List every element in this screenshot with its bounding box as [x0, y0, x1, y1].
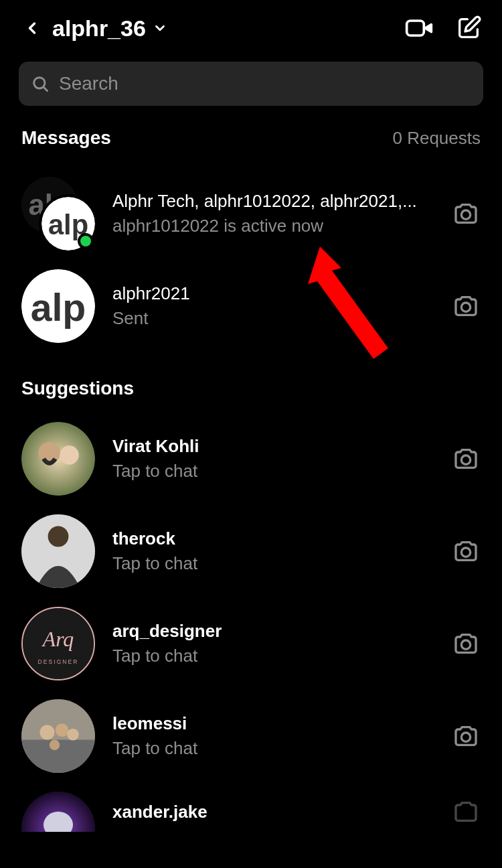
camera-button[interactable]	[451, 797, 481, 826]
message-title: alphr2021	[112, 283, 434, 304]
compose-icon	[455, 15, 482, 42]
camera-icon	[452, 293, 479, 319]
svg-point-27	[50, 740, 60, 750]
camera-button[interactable]	[451, 629, 481, 658]
camera-button[interactable]	[451, 536, 481, 566]
svg-point-28	[461, 733, 470, 741]
search-input[interactable]	[59, 73, 471, 94]
message-title: Alphr Tech, alphr1012022, alphr2021,...	[112, 191, 434, 212]
svg-point-25	[56, 723, 69, 737]
suggestion-title: xander.jake	[112, 802, 434, 822]
requests-link[interactable]: 0 Requests	[392, 128, 481, 149]
message-row[interactable]: alp alphr2021 Sent	[0, 260, 502, 352]
svg-point-12	[38, 442, 60, 464]
suggestion-title: leomessi	[112, 713, 434, 734]
svg-text:alp: alp	[31, 286, 86, 329]
suggestion-title: therock	[112, 528, 434, 549]
camera-icon	[452, 538, 479, 565]
suggestion-title: Virat Kohli	[112, 436, 434, 457]
message-subtitle: Sent	[112, 308, 434, 329]
svg-point-17	[461, 548, 470, 557]
avatar: alp	[21, 269, 95, 343]
chevron-left-icon	[23, 15, 41, 41]
video-icon	[404, 13, 434, 43]
back-button[interactable]	[19, 15, 46, 42]
chevron-down-icon	[153, 21, 167, 35]
svg-point-26	[67, 729, 79, 741]
compose-button[interactable]	[454, 13, 483, 43]
camera-button[interactable]	[451, 721, 481, 751]
camera-button[interactable]	[451, 444, 481, 474]
search-icon	[31, 74, 50, 93]
video-call-button[interactable]	[404, 13, 434, 43]
suggestion-row[interactable]: Virat Kohli Tap to chat	[0, 413, 502, 505]
svg-rect-0	[407, 21, 424, 35]
svg-point-14	[461, 455, 470, 464]
svg-line-2	[44, 87, 47, 90]
avatar	[21, 792, 95, 832]
suggestion-row[interactable]: xander.jake	[0, 782, 502, 832]
avatar	[21, 422, 95, 496]
message-row[interactable]: alp alp Alphr Tech, alphr1012022, alphr2…	[0, 167, 502, 260]
svg-point-16	[48, 526, 69, 547]
svg-point-10	[461, 303, 470, 311]
camera-button[interactable]	[451, 199, 481, 228]
avatar	[21, 514, 95, 588]
avatar: ArqDESIGNER	[21, 607, 95, 680]
camera-icon	[452, 723, 479, 749]
svg-text:DESIGNER: DESIGNER	[37, 658, 78, 665]
suggestion-subtitle: Tap to chat	[112, 738, 434, 759]
svg-point-7	[461, 210, 470, 219]
camera-icon	[452, 798, 479, 825]
suggestion-subtitle: Tap to chat	[112, 553, 434, 574]
suggestion-subtitle: Tap to chat	[112, 646, 434, 666]
suggestion-row[interactable]: ArqDESIGNER arq_designer Tap to chat	[0, 597, 502, 690]
suggestion-title: arq_designer	[112, 621, 434, 642]
message-subtitle: alphr1012022 is active now	[112, 216, 434, 236]
suggestion-row[interactable]: therock Tap to chat	[0, 505, 502, 597]
active-indicator	[78, 233, 94, 249]
avatar: alp alp	[21, 177, 95, 250]
suggestion-subtitle: Tap to chat	[112, 461, 434, 482]
svg-point-13	[60, 445, 79, 465]
camera-icon	[452, 200, 479, 227]
account-switcher[interactable]: alphr_36	[52, 15, 398, 42]
search-bar[interactable]	[19, 62, 483, 106]
messages-heading: Messages	[21, 127, 111, 149]
header-username: alphr_36	[52, 15, 146, 42]
suggestions-heading: Suggestions	[0, 352, 502, 413]
camera-icon	[452, 630, 479, 657]
avatar	[21, 699, 95, 773]
camera-icon	[452, 445, 479, 472]
camera-button[interactable]	[451, 291, 481, 321]
svg-text:Arq: Arq	[41, 628, 74, 651]
suggestion-row[interactable]: leomessi Tap to chat	[0, 690, 502, 782]
svg-point-21	[461, 640, 470, 649]
svg-point-24	[40, 725, 55, 740]
